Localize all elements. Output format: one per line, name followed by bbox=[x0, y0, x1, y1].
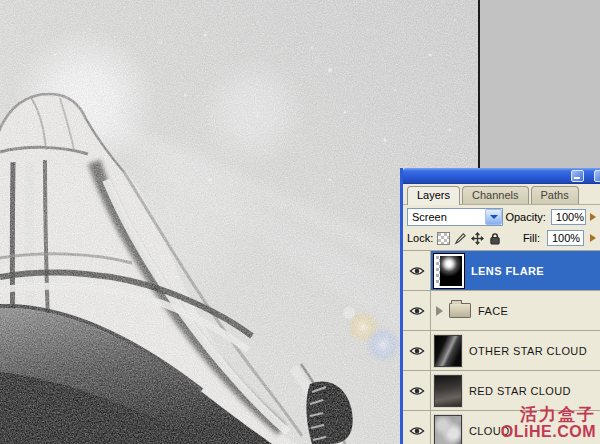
lock-position-move-icon[interactable] bbox=[471, 232, 484, 245]
layer-name: OTHER STAR CLOUD bbox=[469, 345, 587, 357]
layer-thumbnail[interactable] bbox=[434, 415, 462, 444]
layer-name: LENS FLARE bbox=[471, 265, 544, 277]
tab-layers[interactable]: Layers bbox=[407, 186, 460, 205]
watermark-line2: OLiHE.COM bbox=[501, 424, 596, 441]
layer-row-face-group[interactable]: FACE bbox=[403, 291, 600, 331]
opacity-label: Opacity: bbox=[505, 211, 545, 223]
eye-icon bbox=[409, 266, 425, 276]
fill-field[interactable]: 100% bbox=[547, 230, 584, 246]
layer-thumbnail[interactable] bbox=[434, 375, 462, 407]
lock-paint-brush-icon[interactable] bbox=[454, 232, 467, 245]
tab-channels[interactable]: Channels bbox=[462, 186, 528, 204]
visibility-toggle[interactable] bbox=[403, 291, 431, 330]
fill-slider-arrow-icon[interactable] bbox=[590, 234, 596, 242]
minimize-icon bbox=[574, 177, 580, 179]
layer-thumbnail[interactable] bbox=[434, 254, 464, 288]
palette-titlebar[interactable] bbox=[403, 168, 600, 184]
layer-row-lens-flare[interactable]: LENS FLARE bbox=[403, 251, 600, 291]
eye-icon bbox=[409, 386, 425, 396]
eye-icon bbox=[409, 306, 425, 316]
lock-row: Lock: Fill: 100% bbox=[403, 228, 600, 250]
minimize-button[interactable] bbox=[571, 170, 584, 182]
fill-label: Fill: bbox=[523, 232, 540, 244]
visibility-toggle[interactable] bbox=[403, 411, 431, 444]
eye-icon bbox=[409, 426, 425, 436]
blend-mode-select[interactable]: Screen bbox=[407, 208, 503, 226]
visibility-toggle[interactable] bbox=[403, 251, 431, 290]
layer-row-other-star-cloud[interactable]: OTHER STAR CLOUD bbox=[403, 331, 600, 371]
close-button[interactable] bbox=[594, 170, 600, 182]
fill-value: 100% bbox=[552, 232, 580, 244]
visibility-toggle[interactable] bbox=[403, 371, 431, 410]
layers-palette: Layers Channels Paths Screen Opacity: 10… bbox=[400, 168, 600, 444]
layer-name: FACE bbox=[478, 305, 508, 317]
opacity-value: 100% bbox=[556, 211, 584, 223]
tab-paths[interactable]: Paths bbox=[531, 186, 579, 204]
blend-mode-row: Screen Opacity: 100% bbox=[403, 205, 600, 228]
watermark-line1: 活力盒子 bbox=[501, 406, 596, 424]
group-folder-icon bbox=[449, 303, 471, 318]
lock-label: Lock: bbox=[407, 232, 433, 244]
eye-icon bbox=[409, 346, 425, 356]
lock-all-padlock-icon[interactable] bbox=[488, 232, 501, 245]
blend-mode-value: Screen bbox=[412, 211, 447, 223]
layer-thumbnail[interactable] bbox=[434, 335, 462, 367]
visibility-toggle[interactable] bbox=[403, 331, 431, 370]
opacity-field[interactable]: 100% bbox=[551, 209, 586, 225]
watermark: 活力盒子 OLiHE.COM bbox=[501, 406, 596, 441]
chevron-down-icon[interactable] bbox=[485, 209, 502, 225]
layer-name: RED STAR CLOUD bbox=[469, 385, 571, 397]
group-expander-triangle-icon[interactable] bbox=[436, 306, 443, 316]
lock-transparency-icon[interactable] bbox=[437, 232, 450, 245]
palette-tabs: Layers Channels Paths bbox=[403, 184, 600, 205]
screenshot-root: Layers Channels Paths Screen Opacity: 10… bbox=[0, 0, 600, 444]
opacity-slider-arrow-icon[interactable] bbox=[590, 213, 596, 221]
